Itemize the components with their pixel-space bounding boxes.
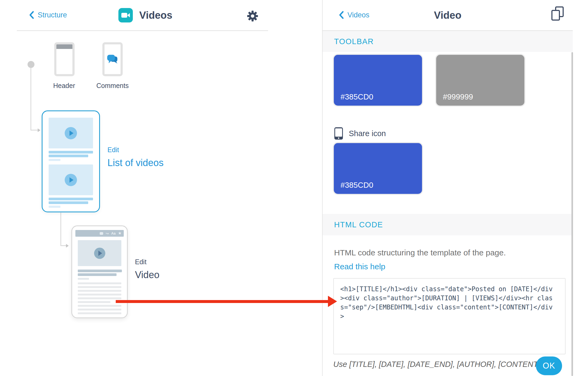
back-link-label: Structure <box>38 11 67 19</box>
play-icon <box>94 248 105 259</box>
decor-line <box>78 305 121 307</box>
share-arrow-icon: ↪ <box>106 232 109 235</box>
decor-line <box>49 155 88 157</box>
node-list-of-videos-thumbnail[interactable] <box>42 110 100 212</box>
panel-scrollbar[interactable] <box>571 52 573 376</box>
swatch-hex-label: #385CD0 <box>341 181 373 190</box>
comments-bubbles-icon <box>107 54 118 64</box>
chevron-left-icon <box>29 11 34 19</box>
font-size-icon: Aa <box>111 231 116 235</box>
edit-list-of-videos[interactable]: Edit List of videos <box>107 146 164 168</box>
connector-line <box>60 245 66 246</box>
node-video-thumbnail[interactable]: ↪ Aa ★ <box>71 225 128 318</box>
share-icon-row: Share icon <box>334 127 386 140</box>
decor-line <box>78 301 110 303</box>
play-icon <box>65 174 77 186</box>
video-thumb-shape <box>49 118 93 148</box>
edit-label[interactable]: Edit <box>135 258 159 266</box>
decor-line <box>78 278 89 280</box>
swatch-hex-label: #385CD0 <box>341 93 373 101</box>
panel-title: Video <box>323 10 573 21</box>
decor-line <box>78 286 121 288</box>
video-section-icon <box>118 8 133 22</box>
connector-arrow-icon <box>66 244 69 248</box>
toolbar-color-swatch[interactable]: #385CD0 <box>334 55 422 106</box>
video-settings-panel: Videos Video TOOLBAR #385CD0 #999999 Sha… <box>322 0 573 376</box>
decor-line <box>49 201 88 204</box>
decor-line <box>78 312 121 314</box>
decor-line <box>49 159 60 161</box>
header-divider <box>17 30 268 31</box>
decor-line <box>78 294 121 296</box>
video-thumb-shape <box>49 164 93 195</box>
share-icon-label: Share icon <box>349 129 386 138</box>
header-bar-shape <box>56 44 72 49</box>
play-icon <box>65 127 77 139</box>
device-icon <box>334 127 343 140</box>
list-of-videos-label[interactable]: List of videos <box>107 157 164 168</box>
video-label[interactable]: Video <box>135 269 159 281</box>
node-comments-thumbnail[interactable] <box>102 42 123 76</box>
placeholders-hint: Use [TITLE], [DATE], [DATE_END], [AUTHOR… <box>333 360 540 369</box>
decor-line <box>78 290 121 292</box>
decor-line <box>78 282 121 284</box>
phone-toolbar-shape: ↪ Aa ★ <box>75 230 124 237</box>
page-title: Videos <box>139 10 172 21</box>
node-header-thumbnail[interactable] <box>54 42 75 76</box>
gear-icon <box>246 10 259 22</box>
ok-button[interactable]: OK <box>536 356 562 375</box>
connector-line <box>30 130 38 131</box>
connector-arrow-icon <box>38 128 40 132</box>
video-list-item-shape <box>49 118 93 161</box>
share-icon-color-swatch[interactable]: #385CD0 <box>334 143 422 194</box>
decor-line <box>78 297 121 299</box>
decor-line <box>49 151 93 154</box>
duplicate-page-icon[interactable] <box>551 6 566 22</box>
connector-line <box>60 213 61 246</box>
decor-line <box>78 273 117 276</box>
html-code-description: HTML code structuring the template of th… <box>334 248 506 257</box>
node-header-label: Header <box>43 82 86 90</box>
decor-line <box>49 206 60 208</box>
settings-gear-icon[interactable] <box>246 10 259 22</box>
page-front-shape <box>551 10 560 21</box>
edit-label[interactable]: Edit <box>107 146 164 154</box>
mini-phone-screen <box>56 44 72 74</box>
read-this-help-link[interactable]: Read this help <box>334 262 385 271</box>
video-panel-header: Videos Video <box>323 0 573 31</box>
text-lines-shape <box>78 282 124 314</box>
camera-lens-icon <box>127 13 130 17</box>
html-code-section-header: HTML CODE <box>323 214 573 235</box>
comment-bubble-icon <box>100 232 103 235</box>
red-arrow-head-icon <box>328 296 337 307</box>
toolbar-section-header: TOOLBAR <box>323 31 573 52</box>
mini-phone-screen <box>105 44 121 74</box>
flow-start-dot <box>28 61 34 68</box>
decor-line <box>78 309 121 310</box>
html-code-section-heading: HTML CODE <box>334 220 383 229</box>
structure-panel-header: Structure Videos <box>0 0 322 31</box>
html-code-input[interactable]: <h1>[TITLE]</h1><div class="date">Posted… <box>333 278 566 354</box>
back-to-structure-link[interactable]: Structure <box>29 11 67 19</box>
star-icon: ★ <box>118 231 122 235</box>
edit-video[interactable]: Edit Video <box>135 258 159 281</box>
camera-icon <box>121 13 127 18</box>
connector-line <box>30 68 31 130</box>
structure-panel: Structure Videos <box>0 0 322 376</box>
toolbar-section-heading: TOOLBAR <box>334 37 374 46</box>
swatch-hex-label: #999999 <box>443 93 473 101</box>
video-thumb-shape <box>78 240 121 266</box>
device-screen-shape <box>335 128 342 137</box>
red-arrow-line <box>116 300 328 303</box>
decor-line <box>49 198 93 200</box>
app-window: Structure Videos <box>0 0 588 376</box>
node-comments-label: Comments <box>91 82 134 90</box>
toolbar-color-swatch[interactable]: #999999 <box>436 55 524 106</box>
decor-line <box>78 270 122 272</box>
section-title-group: Videos <box>118 8 172 22</box>
video-list-item-shape <box>49 164 93 208</box>
